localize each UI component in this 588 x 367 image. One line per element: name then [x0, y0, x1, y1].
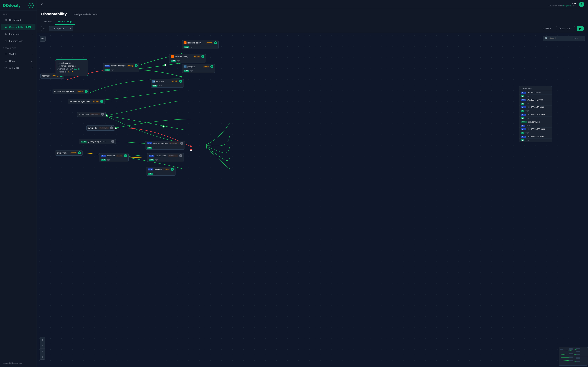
- node-backend-right[interactable]: HTTP backend ddosify ⚙ 8008 TCP: [146, 167, 175, 175]
- svg-rect-19: [569, 348, 572, 350]
- outbound-port-5: 443 TCP: [519, 124, 552, 127]
- node-postgres-top-port: 5432 TCP: [182, 69, 215, 73]
- outbound-item-3: HTTP 192.168.83.75:8080: [519, 106, 552, 109]
- sidebar-item-api-docs[interactable]: </> API Docs ↗: [1, 65, 35, 71]
- search-input[interactable]: [549, 37, 571, 40]
- node-postgres-top-btn[interactable]: ⚙: [210, 65, 213, 68]
- tooltip-to-value: hammermanager: [61, 65, 76, 67]
- node-prometheus-name: prometheus: [57, 152, 69, 154]
- postgres-top-icon: PG: [183, 65, 187, 68]
- node-hammer-name: hammer: [42, 75, 51, 77]
- tab-metrics[interactable]: Metrics: [41, 19, 55, 25]
- sidebar-item-label: API Docs: [9, 67, 19, 69]
- node-hammermanager-celer1[interactable]: hammermanager-celer... ddosify ⚙: [52, 89, 89, 94]
- docs-icon: ☰: [4, 59, 7, 62]
- node-rabbitmq-top[interactable]: 🐇 rabbitmq-celery ddosify ⚙ 5672 TCP: [182, 40, 219, 49]
- chevron-right-icon: ›: [32, 40, 33, 42]
- time-label: Last 5 min: [562, 27, 572, 30]
- port-tcp: TCP: [177, 60, 180, 62]
- node-hmc1-name: hammermanager-celer...: [54, 90, 76, 92]
- sidebar-item-latency-test[interactable]: ⊙ Latency Test ›: [1, 38, 35, 44]
- node-aws-node[interactable]: aws-node kube-syst... ⚙: [86, 125, 115, 131]
- zoom-divider2: [40, 348, 45, 349]
- svg-point-2: [106, 115, 107, 116]
- eye-button[interactable]: 👁: [40, 36, 46, 42]
- sort-down-icon[interactable]: ↓: [579, 37, 580, 40]
- node-postgres-center-btn[interactable]: ⚙: [179, 80, 182, 83]
- node-golang-btn[interactable]: ⚙: [111, 140, 114, 143]
- tooltip-latency: Average Latency: 120 ms: [58, 68, 86, 70]
- tab-service-map[interactable]: Service Map: [55, 19, 75, 25]
- run-button[interactable]: ▶: [577, 26, 584, 31]
- outbound-port-2: 80 TCP: [519, 102, 552, 106]
- node-ebs-node-btn[interactable]: ⚙: [179, 154, 182, 157]
- settings-button[interactable]: ⚙: [41, 26, 47, 31]
- avatar[interactable]: R: [579, 2, 584, 7]
- port-tcp: TCP: [155, 159, 158, 161]
- tcp-7: TCP: [526, 140, 529, 141]
- node-backend-left-btn[interactable]: ⚙: [124, 154, 127, 157]
- port-badge-3: 80: [521, 110, 524, 112]
- node-backend-right-proto: HTTP: [148, 168, 153, 170]
- node-ebs-controller-proto: HTTP: [147, 142, 152, 144]
- node-aws-node-btn[interactable]: ⚙: [110, 126, 113, 129]
- sidebar-item-docs[interactable]: ☰ Docs ↗: [1, 58, 35, 64]
- theme-toggle-icon[interactable]: ☀: [40, 3, 43, 6]
- node-backend-right-ns: ddosify: [163, 168, 170, 170]
- port-tcp: TCP: [190, 70, 193, 72]
- node-backend-left-proto: HTTP: [101, 155, 106, 157]
- outbound-ip-6: 192.168.50.168:9808: [527, 128, 545, 130]
- node-hmc1-btn[interactable]: ⚙: [85, 90, 88, 93]
- port-badge: 8008: [148, 173, 153, 175]
- node-hmc2-btn[interactable]: ⚙: [100, 100, 103, 103]
- node-prometheus[interactable]: prometheus ddosify ⚙: [55, 150, 83, 156]
- node-rabbitmq-celery[interactable]: 🐇 rabbitmq-celery ddosify ⚙ 5672 TCP: [169, 54, 206, 63]
- node-backend-right-btn[interactable]: ⚙: [171, 168, 174, 171]
- tooltip-from: From: hammer: [58, 62, 86, 64]
- node-rabbitmq-top-btn[interactable]: ⚙: [214, 41, 217, 44]
- credits-link[interactable]: Requests: [563, 5, 571, 7]
- zoom-out-button[interactable]: −: [40, 343, 45, 348]
- node-kube-proxy[interactable]: kube-proxy kube-syst... ⚙: [77, 112, 106, 117]
- zoom-in-button[interactable]: +: [40, 337, 45, 342]
- user-name: root: [548, 2, 577, 5]
- node-ebs-controller-btn[interactable]: ⚙: [180, 142, 183, 145]
- node-rabbitmq-celery-btn[interactable]: ⚙: [201, 55, 204, 58]
- filter-icon: ⧉: [543, 27, 544, 30]
- zoom-fit-button[interactable]: ⊡: [40, 349, 45, 354]
- node-golang[interactable]: HTTPS golangtestapp-1-21-... ⚙: [79, 139, 116, 144]
- node-hammermanager-celer2[interactable]: hammermanager-celer... ddosify ⚙: [68, 99, 105, 104]
- node-postgres-center-ns: ddosify: [172, 80, 178, 82]
- sidebar-item-wallet[interactable]: ◫ Wallet ›: [1, 51, 35, 57]
- namespace-select[interactable]: Namespaces: [49, 26, 73, 31]
- node-ebs-controller-name: ebs-csi-controller: [153, 142, 168, 144]
- sidebar-item-dashboard[interactable]: ⊞ Dashboard: [1, 17, 35, 23]
- node-aws-node-header: aws-node kube-syst... ⚙: [86, 125, 115, 131]
- topbar: ☀ root Available Credits: Requests | 20h…: [37, 0, 588, 9]
- tcp-5: TCP: [526, 125, 530, 127]
- port-badge: 8008: [101, 159, 106, 161]
- node-rabbitmq-celery-port: 5672 TCP: [169, 59, 206, 63]
- node-backend-left-port: 8008 TCP: [99, 158, 129, 162]
- node-ebs-controller[interactable]: HTTP ebs-csi-controller kube-syst... ⚙ 9…: [145, 141, 185, 150]
- node-postgres-top-ns: ddosify: [203, 66, 209, 68]
- node-kube-proxy-btn[interactable]: ⚙: [101, 113, 104, 116]
- zoom-lock-button[interactable]: ⊟: [40, 354, 45, 359]
- tabs: Metrics Service Map: [41, 19, 584, 25]
- node-postgres-top[interactable]: PG postgres ddosify ⚙ 5432 TCP: [182, 64, 215, 73]
- node-ebs-node[interactable]: HTTP ebs-csi-node kube-syst... ⚙ 9808 TC…: [147, 153, 184, 162]
- page-header: Observability ℹ ddosify-arm-test-cluster…: [37, 9, 588, 25]
- sidebar-item-observability[interactable]: ◉ Observability New: [1, 24, 35, 30]
- sort-up-icon[interactable]: ↑: [582, 37, 583, 40]
- node-postgres-center[interactable]: PG postgres ddosify ⚙ 5432 TCP: [151, 79, 184, 88]
- outbound-item-4: HTTP 192.168.87.106:8080: [519, 113, 552, 117]
- time-range-button[interactable]: ⏱ Last 5 min: [556, 26, 575, 31]
- node-hammermanager[interactable]: HTTP hammermanager ddosify ⚙ 8001 TCP: [103, 63, 139, 72]
- outbound-ip-5: servdown.com: [528, 121, 540, 123]
- port-badge: 5672: [183, 46, 189, 48]
- sidebar-item-load-test[interactable]: ◈ Load Test ›: [1, 31, 35, 37]
- node-backend-left[interactable]: HTTP backend ddosify ⚙ 8008 TCP: [99, 153, 129, 162]
- node-prometheus-btn[interactable]: ⚙: [78, 151, 81, 154]
- node-hammermanager-btn[interactable]: ⚙: [135, 64, 138, 67]
- filters-button[interactable]: ⧉ Filters: [540, 26, 554, 31]
